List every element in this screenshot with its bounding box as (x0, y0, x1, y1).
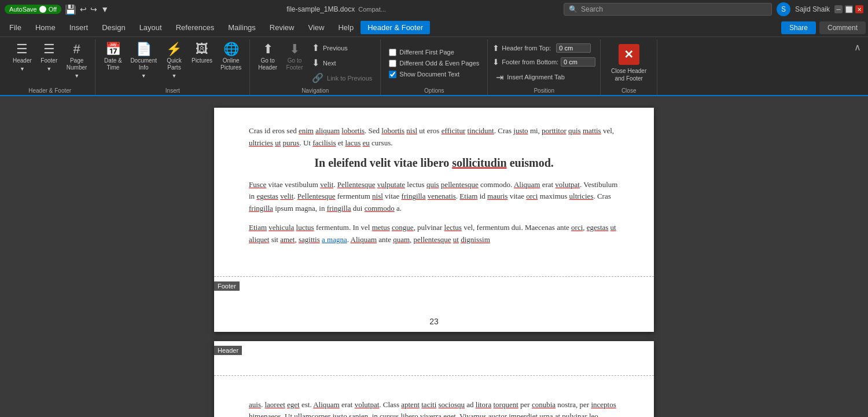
header-label: Header (214, 346, 242, 355)
user-avatar: S (777, 2, 790, 16)
menu-header-footer[interactable]: Header & Footer (361, 21, 430, 34)
page-number-arrow: ▼ (74, 73, 79, 79)
show-document-text-checkbox[interactable] (389, 71, 396, 78)
menu-mailings[interactable]: Mailings (221, 21, 263, 34)
redo-icon[interactable]: ↪ (90, 5, 97, 14)
close-hf-label: Close Headerand Footer (611, 67, 646, 82)
quickparts-arrow: ▼ (172, 73, 177, 79)
menu-design[interactable]: Design (95, 21, 132, 34)
share-button[interactable]: Share (781, 21, 816, 34)
page-number-button[interactable]: # PageNumber ▼ (63, 41, 91, 81)
page-number-icon: # (73, 43, 80, 56)
previous-icon: ⬆ (312, 42, 319, 53)
menu-references[interactable]: References (169, 21, 221, 34)
go-to-footer-button[interactable]: ⬇ Go toFooter (282, 41, 307, 74)
page-2-para: auis. laoreet eget est. Aliquam erat vol… (249, 399, 619, 417)
header-button[interactable]: ☰ Header ▼ (9, 41, 35, 74)
previous-button[interactable]: ⬆ Previous (308, 41, 376, 55)
ribbon-group-insert: 📅 Date &Time 📄 DocumentInfo ▼ ⚡ QuickPar… (95, 39, 250, 95)
undo-icon[interactable]: ↩ (80, 5, 87, 14)
show-document-text-option[interactable]: Show Document Text (385, 70, 463, 79)
insert-alignment-tab-button[interactable]: ⇥ Insert Alignment Tab (492, 70, 568, 85)
nav-stack: ⬆ Previous ⬇ Next 🔗 Link to Previous (308, 41, 376, 85)
header-from-top-row: ⬆ Header from Top: (492, 42, 591, 54)
next-button[interactable]: ⬇ Next (308, 56, 376, 70)
online-pictures-button[interactable]: 🌐 OnlinePictures (217, 41, 245, 74)
restore-button[interactable]: ⬜ (845, 5, 853, 13)
position-group-label: Position (534, 86, 554, 95)
different-first-page-option[interactable]: Different First Page (385, 47, 458, 57)
close-button[interactable]: ✕ (855, 5, 863, 13)
document-area: Cras id eros sed enim aliquam lobortis. … (0, 96, 868, 417)
insert-group-label: Insert (165, 86, 180, 95)
header-section[interactable]: Header (214, 341, 654, 376)
link-to-previous-button[interactable]: 🔗 Link to Previous (308, 71, 376, 85)
ribbon-group-options: Different First Page Different Odd & Eve… (381, 39, 488, 95)
ribbon-options-items: Different First Page Different Odd & Eve… (385, 41, 483, 86)
menu-view[interactable]: View (301, 21, 331, 34)
docinfo-label: DocumentInfo (130, 57, 157, 71)
docinfo-button[interactable]: 📄 DocumentInfo ▼ (127, 41, 160, 81)
ribbon-headerfooter-items: ☰ Header ▼ ☰ Footer ▼ # PageNumber ▼ (9, 41, 90, 86)
options-group-label: Options (424, 86, 444, 95)
different-odd-even-checkbox[interactable] (389, 60, 396, 67)
compat-label: Compat... (358, 6, 386, 13)
datetime-label: Date &Time (104, 57, 122, 71)
go-to-header-button[interactable]: ⬆ Go toHeader (255, 41, 281, 74)
search-icon: 🔍 (569, 5, 578, 13)
ribbon-collapse[interactable]: ∧ (852, 39, 863, 95)
go-to-header-icon: ⬆ (263, 43, 273, 56)
footer-button[interactable]: ☰ Footer ▼ (36, 41, 62, 74)
save-icon[interactable]: 💾 (65, 4, 76, 15)
menu-file[interactable]: File (2, 21, 28, 34)
datetime-icon: 📅 (105, 43, 121, 56)
alignment-tab-icon: ⇥ (496, 72, 503, 83)
title-bar: AutoSave Off 💾 ↩ ↪ ▼ file-sample_1MB.doc… (0, 0, 868, 19)
docinfo-arrow: ▼ (141, 73, 146, 79)
autosave-state: Off (49, 6, 57, 13)
menu-layout[interactable]: Layout (133, 21, 169, 34)
footer-section[interactable]: Footer (214, 276, 654, 311)
quickparts-button[interactable]: ⚡ QuickParts ▼ (161, 41, 187, 81)
para-2: Fusce vitae vestibulum velit. Pellentesq… (249, 179, 619, 215)
footer-from-bottom-row: ⬇ Footer from Bottom: (492, 56, 595, 68)
menu-insert[interactable]: Insert (62, 21, 95, 34)
autosave-label: AutoSave (9, 6, 37, 13)
close-header-footer-button[interactable]: ✕ Close Headerand Footer (605, 41, 652, 86)
quickparts-icon: ⚡ (166, 43, 182, 56)
search-bar[interactable]: 🔍 Search (564, 3, 772, 16)
header-arrow: ▼ (20, 66, 25, 72)
close-hf-icon: ✕ (619, 44, 639, 65)
document-page-2: Header auis. laoreet eget est. Aliquam e… (214, 341, 654, 417)
footer-from-bottom-input[interactable] (561, 57, 595, 67)
quickparts-label: QuickParts (167, 57, 182, 71)
header-pos-icon: ⬆ (492, 43, 499, 53)
document-page-1: Cras id eros sed enim aliquam lobortis. … (214, 108, 654, 332)
menu-review[interactable]: Review (263, 21, 301, 34)
footer-arrow: ▼ (46, 66, 52, 72)
navigation-group-label: Navigation (301, 86, 329, 95)
more-icon[interactable]: ▼ (101, 5, 109, 14)
ribbon: ☰ Header ▼ ☰ Footer ▼ # PageNumber ▼ Hea… (0, 37, 868, 96)
pictures-icon: 🖼 (196, 43, 208, 56)
datetime-button[interactable]: 📅 Date &Time (100, 41, 126, 74)
minimize-button[interactable]: ─ (834, 5, 843, 13)
pictures-label: Pictures (192, 57, 212, 64)
comment-button[interactable]: Comment (819, 21, 866, 34)
para-1: Cras id eros sed enim aliquam lobortis. … (249, 125, 619, 149)
next-icon: ⬇ (312, 57, 319, 68)
menu-home[interactable]: Home (28, 21, 62, 34)
pictures-button[interactable]: 🖼 Pictures (188, 41, 216, 67)
header-from-top-input[interactable] (556, 43, 591, 53)
page-number-area: 23 (214, 311, 654, 332)
previous-label: Previous (323, 45, 348, 52)
file-name: file-sample_1MB.docx (286, 5, 355, 13)
header-from-top-label: Header from Top: (502, 45, 554, 52)
menu-help[interactable]: Help (331, 21, 361, 34)
ribbon-group-navigation: ⬆ Go toHeader ⬇ Go toFooter ⬆ Previous ⬇… (250, 39, 381, 95)
different-first-page-checkbox[interactable] (389, 49, 396, 56)
footer-label-btn: Footer (41, 57, 57, 64)
ribbon-close-items: ✕ Close Headerand Footer (605, 41, 652, 86)
different-odd-even-option[interactable]: Different Odd & Even Pages (385, 58, 483, 68)
autosave-toggle[interactable]: AutoSave Off (5, 5, 61, 14)
